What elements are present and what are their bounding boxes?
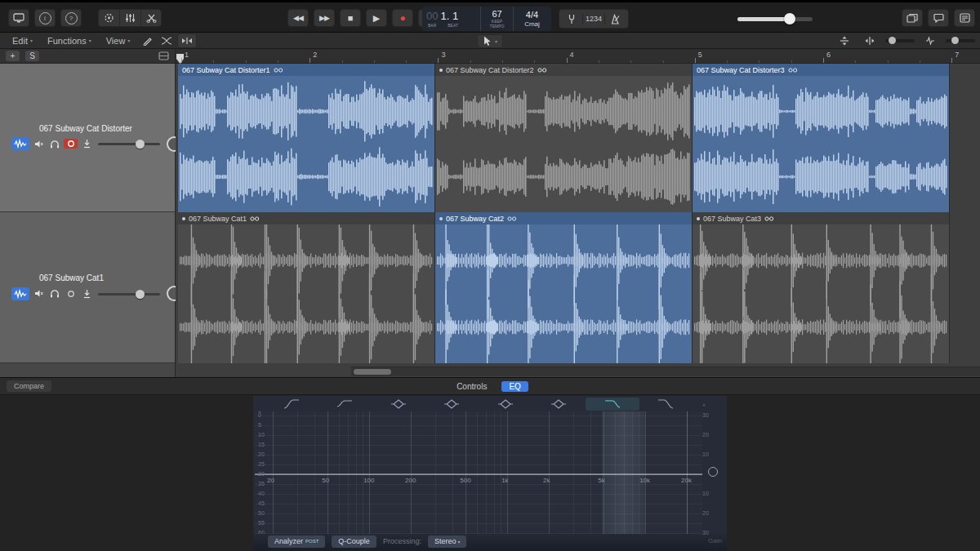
input-monitor-button[interactable] (81, 288, 93, 299)
lcd-position-section[interactable]: 00 1. 1 BAR BEAT (422, 7, 480, 31)
lane-display-icon[interactable] (158, 51, 169, 60)
track-volume-slider[interactable] (98, 139, 160, 149)
lcd-tempo-section[interactable]: 67 KEEP TEMPO (480, 7, 513, 31)
fit-horizontal-button[interactable] (861, 34, 879, 47)
library-button[interactable] (8, 9, 29, 27)
tab-eq[interactable]: EQ (501, 381, 528, 392)
stop-button[interactable]: ■ (340, 9, 361, 27)
forward-button[interactable]: ▶▶ (314, 9, 335, 27)
pointer-tool-selector[interactable]: ▾ (477, 34, 503, 48)
horizontal-zoom-slider[interactable] (946, 39, 975, 42)
audio-region[interactable]: 067 Subway Cat Distorter3 (693, 64, 950, 212)
eq-band-2-button[interactable] (318, 398, 372, 411)
metronome-icon (611, 14, 621, 24)
horizontal-zoom-thumb[interactable] (951, 37, 959, 44)
eq-band-4-button[interactable] (425, 398, 479, 411)
ruler-tick (470, 60, 471, 63)
list-icon (960, 13, 970, 23)
master-solo-button[interactable]: S (25, 51, 39, 61)
eq-band-8-button[interactable] (639, 398, 693, 411)
master-volume-slider[interactable] (737, 15, 813, 23)
eq-band-3-button[interactable] (372, 398, 425, 411)
q-couple-button[interactable]: Q-Couple (332, 535, 376, 548)
mute-button[interactable] (33, 139, 45, 149)
region-header[interactable]: 067 Subway Cat1 (178, 212, 434, 224)
region-header[interactable]: 067 Subway Cat Distorter3 (693, 64, 949, 76)
edit-menu[interactable]: Edit▾ (5, 33, 40, 48)
eq-band-6-button[interactable] (532, 398, 586, 411)
count-in-button[interactable]: 1234 (583, 10, 604, 28)
eq-grid-hline (255, 474, 702, 475)
record-button[interactable]: ● (392, 9, 413, 27)
quick-help-button[interactable]: ? (60, 9, 82, 27)
region-header[interactable]: 067 Subway Cat Distorter1 (178, 64, 434, 76)
input-monitor-button[interactable] (81, 139, 93, 149)
vertical-zoom-slider[interactable] (885, 39, 915, 42)
track-header-1[interactable]: 067 Subway Cat Distorter (0, 64, 175, 212)
region-header[interactable]: 067 Subway Cat Distorter2 (435, 64, 692, 76)
bar-ruler[interactable]: 1234567 (176, 49, 980, 64)
mute-speaker-icon (34, 140, 43, 149)
collapse-tracks-button[interactable] (835, 34, 853, 47)
pencil-icon (142, 36, 153, 46)
eq-band-shape-icon (604, 398, 621, 410)
chat-button[interactable] (928, 9, 949, 27)
lcd-signature-section[interactable]: 4/4 Cmaj (513, 7, 550, 31)
rewind-button[interactable]: ◀◀ (287, 9, 309, 27)
region-header[interactable]: 067 Subway Cat3 (693, 212, 949, 224)
pencil-tool-button[interactable] (138, 34, 156, 47)
eq-band-1-button[interactable] (265, 398, 318, 411)
record-enable-button[interactable] (64, 289, 78, 299)
mixer-button[interactable] (119, 9, 140, 27)
ruler-tick (181, 58, 182, 63)
slider-thumb[interactable] (136, 140, 145, 149)
editors-button[interactable] (140, 9, 162, 27)
lcd-display[interactable]: 00 1. 1 BAR BEAT 67 KEEP TEMPO 4/4 Cmaj (422, 7, 551, 31)
tuner-button[interactable] (561, 10, 582, 28)
inspector-button[interactable]: i (34, 9, 56, 27)
metronome-button[interactable] (605, 10, 626, 28)
solo-button[interactable] (48, 139, 60, 149)
crossfade-tool-button[interactable] (158, 34, 176, 47)
catch-playhead-button[interactable] (177, 33, 197, 48)
control-bar: i ? ◀◀ ▶▶ ■ ▶ ● ↻ (0, 0, 980, 33)
play-button[interactable]: ▶ (366, 9, 387, 27)
track-volume-slider[interactable] (98, 289, 160, 299)
waveform-zoom-button[interactable] (921, 34, 939, 47)
track-header-2[interactable]: 067 Subway Cat1 (0, 212, 175, 363)
audio-region[interactable]: 067 Subway Cat Distorter1 (178, 64, 435, 212)
functions-menu[interactable]: Functions▾ (40, 33, 99, 48)
volume-thumb[interactable] (784, 13, 795, 24)
record-enable-button[interactable] (64, 139, 78, 149)
eq-graph[interactable]: 20501002005001k2k5k10k20k+05101520253035… (255, 411, 702, 534)
screen-sets-button[interactable] (902, 9, 923, 27)
tab-controls[interactable]: Controls (452, 381, 492, 392)
eq-band-7-button[interactable] (586, 398, 639, 411)
eq-band-5-button[interactable] (479, 398, 532, 411)
eq-gain-knob[interactable] (708, 467, 718, 477)
region-header[interactable]: 067 Subway Cat2 (435, 212, 692, 224)
region-lanes[interactable]: 067 Subway Cat Distorter1 067 Subway Cat… (176, 64, 980, 377)
mute-button[interactable] (33, 288, 45, 299)
slider-thumb[interactable] (136, 290, 145, 299)
faders-icon (125, 13, 136, 23)
view-menu[interactable]: View▾ (99, 33, 138, 48)
audio-region[interactable]: 067 Subway Cat1 (178, 212, 435, 363)
playhead-marker[interactable] (176, 54, 184, 64)
audio-region[interactable]: 067 Subway Cat2 (435, 212, 693, 363)
add-track-button[interactable]: + (6, 51, 20, 61)
ruler-tick (502, 60, 503, 63)
solo-button[interactable] (48, 288, 60, 299)
eq-footer: AnalyzerPOST Q-Couple Processing: Stereo… (253, 531, 727, 551)
processing-select[interactable]: Stereo▾ (428, 535, 467, 548)
audio-region[interactable]: 067 Subway Cat3 (693, 212, 950, 363)
audio-region[interactable]: 067 Subway Cat Distorter2 (435, 64, 693, 212)
smart-controls-button[interactable] (98, 9, 119, 27)
tuning-fork-icon (567, 14, 577, 24)
vertical-zoom-thumb[interactable] (889, 37, 896, 44)
scrollbar-thumb[interactable] (354, 369, 391, 375)
horizontal-scrollbar[interactable] (351, 367, 980, 376)
analyzer-button[interactable]: AnalyzerPOST (268, 535, 325, 548)
eq-grid-vline (687, 411, 688, 534)
list-editors-button[interactable] (954, 9, 975, 27)
